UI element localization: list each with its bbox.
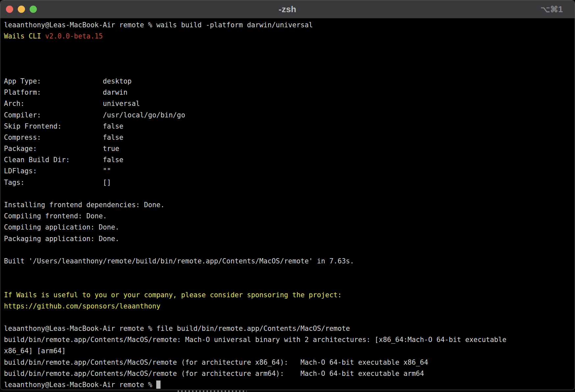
terminal-line: Packaging application: Done. xyxy=(4,233,575,244)
terminal-text: Compress: false xyxy=(4,134,123,141)
terminal-line: Arch: universal xyxy=(4,98,575,109)
terminal-text: Compiling application: Done. xyxy=(4,223,119,231)
terminal-line xyxy=(4,64,575,76)
terminal-text: Wails CLI xyxy=(4,32,45,40)
terminal-line: App Type: desktop xyxy=(4,76,575,87)
terminal-text: build/bin/remote.app/Contents/MacOS/remo… xyxy=(4,370,424,378)
terminal-line: Installing frontend dependencies: Done. xyxy=(4,199,575,210)
terminal-text: Skip Frontend: false xyxy=(4,122,123,130)
terminal-line: leaanthony@Leas-MacBook-Air remote % wai… xyxy=(4,19,575,31)
terminal-text: leaanthony@Leas-MacBook-Air remote % wai… xyxy=(4,21,313,29)
terminal-text: v2.0.0-beta.15 xyxy=(45,32,103,40)
terminal-line: Built '/Users/leaanthony/remote/build/bi… xyxy=(4,256,575,267)
terminal-line: Compiling application: Done. xyxy=(4,222,575,233)
terminal-line: leaanthony@Leas-MacBook-Air remote % fil… xyxy=(4,323,575,334)
terminal-line: x86_64] [arm64] xyxy=(4,345,575,356)
terminal-text: Package: true xyxy=(4,145,119,153)
terminal-line: Tags: [] xyxy=(4,177,575,188)
terminal-text: Arch: universal xyxy=(4,100,140,108)
terminal-line: build/bin/remote.app/Contents/MacOS/remo… xyxy=(4,368,575,379)
terminal-line: LDFlags: "" xyxy=(4,165,575,177)
terminal-window: -zsh ⌥⌘1 leaanthony@Leas-MacBook-Air rem… xyxy=(0,0,575,390)
terminal-line: Package: true xyxy=(4,143,575,154)
terminal-output[interactable]: leaanthony@Leas-MacBook-Air remote % wai… xyxy=(0,18,575,390)
terminal-text: Tags: [] xyxy=(4,179,111,186)
window-title: -zsh xyxy=(0,0,575,18)
terminal-text: App Type: desktop xyxy=(4,77,132,85)
terminal-text: https://github.com/sponsors/leaanthony xyxy=(4,302,161,310)
terminal-text: build/bin/remote.app/Contents/MacOS/remo… xyxy=(4,358,428,366)
terminal-line: If Wails is useful to you or your compan… xyxy=(4,289,575,301)
terminal-line xyxy=(4,244,575,256)
terminal-cursor xyxy=(156,380,161,389)
terminal-line: Wails CLI v2.0.0-beta.15 xyxy=(4,31,575,42)
terminal-line: build/bin/remote.app/Contents/MacOS/remo… xyxy=(4,357,575,368)
terminal-text: Built '/Users/leaanthony/remote/build/bi… xyxy=(4,257,354,265)
terminal-line xyxy=(4,42,575,53)
titlebar[interactable]: -zsh ⌥⌘1 xyxy=(0,0,575,18)
terminal-line: Clean Build Dir: false xyxy=(4,154,575,165)
terminal-line xyxy=(4,188,575,199)
occluded-background-content xyxy=(178,390,247,392)
terminal-text: Compiling frontend: Done. xyxy=(4,212,107,220)
terminal-text: x86_64] [arm64] xyxy=(4,347,66,355)
terminal-line: Compiler: /usr/local/go/bin/go xyxy=(4,110,575,121)
terminal-line xyxy=(4,278,575,289)
terminal-line xyxy=(4,267,575,278)
terminal-text: Compiler: /usr/local/go/bin/go xyxy=(4,111,185,119)
window-shortcut-badge: ⌥⌘1 xyxy=(540,0,563,18)
terminal-line: leaanthony@Leas-MacBook-Air remote % xyxy=(4,379,575,390)
terminal-text: Packaging application: Done. xyxy=(4,235,119,243)
terminal-text: Installing frontend dependencies: Done. xyxy=(4,201,164,209)
terminal-line: Skip Frontend: false xyxy=(4,121,575,132)
terminal-text: If Wails is useful to you or your compan… xyxy=(4,291,342,299)
terminal-text: LDFlags: "" xyxy=(4,167,111,175)
terminal-text: Clean Build Dir: false xyxy=(4,156,123,164)
terminal-text: leaanthony@Leas-MacBook-Air remote % fil… xyxy=(4,325,350,332)
terminal-line: Platform: darwin xyxy=(4,87,575,98)
terminal-text: build/bin/remote.app/Contents/MacOS/remo… xyxy=(4,336,507,344)
terminal-line: Compress: false xyxy=(4,132,575,143)
terminal-line: https://github.com/sponsors/leaanthony xyxy=(4,301,575,312)
terminal-line: Compiling frontend: Done. xyxy=(4,210,575,222)
terminal-text: Platform: darwin xyxy=(4,88,128,96)
terminal-text: leaanthony@Leas-MacBook-Air remote % xyxy=(4,381,156,389)
terminal-line xyxy=(4,312,575,323)
terminal-line xyxy=(4,53,575,64)
terminal-line: build/bin/remote.app/Contents/MacOS/remo… xyxy=(4,334,575,345)
